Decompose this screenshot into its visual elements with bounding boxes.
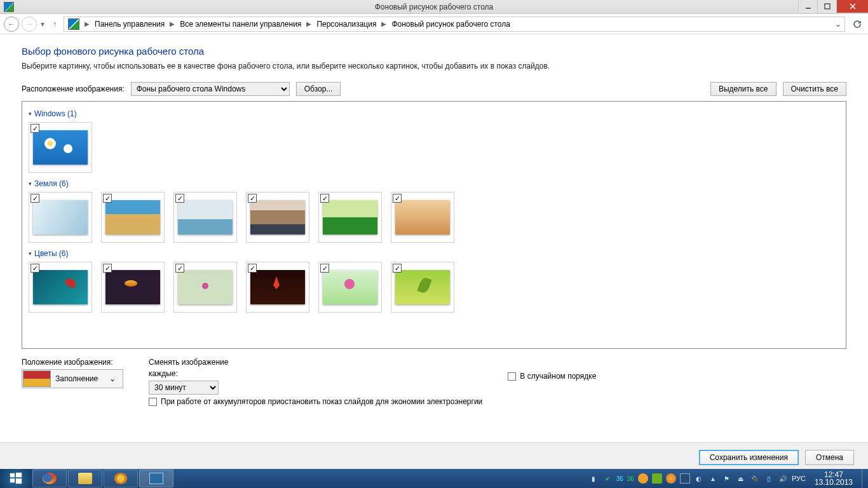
wallpaper-thumbnail[interactable]	[101, 262, 165, 313]
svg-rect-5	[16, 473, 22, 477]
tray-language[interactable]: РУС	[792, 475, 806, 482]
thumbnail-checkbox[interactable]	[175, 194, 184, 203]
history-dropdown-icon[interactable]: ▾	[39, 20, 46, 29]
wallpaper-thumbnail[interactable]	[318, 262, 382, 313]
tray-icon[interactable]	[638, 473, 648, 484]
location-label: Расположение изображения:	[22, 85, 125, 93]
thumbnail-checkbox[interactable]	[175, 264, 184, 273]
chevron-right-icon[interactable]: ▶	[83, 20, 91, 27]
thumbnail-checkbox[interactable]	[393, 264, 402, 273]
thumbnail-checkbox[interactable]	[31, 124, 39, 133]
tray-temp-1[interactable]: 36	[616, 475, 623, 482]
forward-button[interactable]: →	[22, 17, 37, 32]
breadcrumb-item[interactable]: Персонализация	[314, 20, 379, 29]
dialog-footer: Сохранить изменения Отмена	[0, 442, 868, 471]
start-button[interactable]	[0, 469, 32, 488]
chevron-right-icon[interactable]: ▶	[380, 20, 388, 27]
wallpaper-thumbnail[interactable]	[101, 192, 165, 243]
thumbnail-image	[105, 200, 160, 234]
thumbnail-checkbox[interactable]	[248, 264, 257, 273]
clear-all-button[interactable]: Очистить все	[783, 82, 846, 96]
up-button[interactable]: ↑	[48, 20, 61, 29]
tray-icon[interactable]: ▲	[708, 473, 718, 484]
wallpaper-thumbnail[interactable]	[246, 262, 309, 313]
taskbar-app-explorer[interactable]	[68, 470, 102, 487]
thumbnail-image	[250, 200, 305, 234]
tray-icon[interactable]: ▮	[588, 473, 599, 484]
address-dropdown-icon[interactable]: ⌄	[833, 20, 843, 29]
collapse-icon: ▾	[29, 180, 32, 187]
wallpaper-thumbnail[interactable]	[246, 192, 309, 243]
group-header[interactable]: ▾Цветы (6)	[29, 249, 839, 258]
wallpaper-thumbnail[interactable]	[29, 122, 92, 173]
tray-network-icon[interactable]: ▯	[764, 473, 774, 484]
breadcrumb-item[interactable]: Фоновый рисунок рабочего стола	[389, 20, 513, 29]
system-tray: ▮ ✔ 36 36 ◐ ▲ ⚑ ⏏ 🔌 ▯ 🔊 РУС 12:47 13.10.…	[588, 469, 868, 488]
select-all-button[interactable]: Выделить все	[710, 82, 776, 96]
group-header[interactable]: ▾Windows (1)	[29, 109, 839, 118]
group-title: Цветы (6)	[34, 249, 69, 258]
browse-button[interactable]: Обзор...	[296, 82, 341, 96]
breadcrumb[interactable]: ▶ Панель управления ▶ Все элементы панел…	[64, 17, 845, 32]
thumbnail-checkbox[interactable]	[31, 194, 39, 203]
thumbnail-checkbox[interactable]	[320, 194, 329, 203]
taskbar-app-personalization[interactable]	[139, 470, 173, 487]
thumbnail-checkbox[interactable]	[393, 194, 402, 203]
back-button[interactable]: ←	[4, 17, 19, 32]
tray-icon[interactable]	[666, 473, 676, 484]
wallpaper-thumbnail[interactable]	[391, 192, 454, 243]
chevron-right-icon[interactable]: ▶	[168, 20, 176, 27]
tray-volume-icon[interactable]: 🔊	[778, 473, 788, 484]
thumbnail-image	[33, 270, 88, 304]
thumbnail-image	[178, 270, 233, 304]
breadcrumb-item[interactable]: Панель управления	[92, 20, 167, 29]
show-desktop-button[interactable]	[862, 469, 867, 488]
wallpaper-thumbnail[interactable]	[391, 262, 454, 313]
position-preview-icon	[23, 370, 51, 387]
minimize-button[interactable]	[798, 0, 817, 13]
tray-eject-icon[interactable]: ⏏	[736, 473, 746, 484]
interval-select[interactable]: 30 минут	[149, 381, 219, 395]
tray-power-icon[interactable]: 🔌	[750, 473, 760, 484]
picture-position-select[interactable]: Заполнение ⌄	[22, 369, 123, 388]
wallpaper-thumbnail[interactable]	[29, 192, 92, 243]
navbar: ← → ▾ ↑ ▶ Панель управления ▶ Все элемен…	[0, 14, 868, 34]
thumbnail-checkbox[interactable]	[103, 194, 112, 203]
wallpaper-thumbnail[interactable]	[173, 192, 237, 243]
thumbnail-checkbox[interactable]	[320, 264, 329, 273]
refresh-button[interactable]	[850, 17, 864, 31]
tray-icon[interactable]: ◐	[694, 473, 704, 484]
thumbnail-checkbox[interactable]	[248, 194, 257, 203]
taskbar-app-potplayer[interactable]	[104, 470, 138, 487]
interval-label-2: каждые:	[149, 369, 482, 378]
personalization-icon	[149, 473, 163, 484]
tray-icon[interactable]: ✔	[602, 473, 613, 484]
shuffle-checkbox[interactable]	[508, 372, 516, 381]
taskbar-app-firefox[interactable]	[32, 470, 67, 487]
thumbnail-checkbox[interactable]	[31, 264, 39, 273]
tray-flag-icon[interactable]: ⚑	[722, 473, 732, 484]
group-title: Windows (1)	[34, 109, 77, 118]
breadcrumb-item[interactable]: Все элементы панели управления	[177, 20, 304, 29]
group-header[interactable]: ▾Земля (6)	[29, 179, 839, 188]
close-button[interactable]	[836, 0, 868, 13]
cancel-button[interactable]: Отмена	[805, 450, 854, 465]
thumbnail-image	[178, 200, 233, 234]
tray-icon[interactable]	[680, 473, 690, 484]
tray-temp-2[interactable]: 36	[627, 475, 634, 482]
save-button[interactable]: Сохранить изменения	[699, 450, 799, 465]
wallpaper-thumbnail[interactable]	[29, 262, 92, 313]
wallpaper-thumbnail[interactable]	[318, 192, 382, 243]
thumbnail-checkbox[interactable]	[103, 264, 112, 273]
maximize-button[interactable]	[817, 0, 836, 13]
tray-nvidia-icon[interactable]	[652, 473, 662, 484]
collapse-icon: ▾	[29, 250, 32, 257]
thumbnail-image	[323, 200, 377, 234]
chevron-right-icon[interactable]: ▶	[305, 20, 313, 27]
wallpaper-thumbnail[interactable]	[173, 262, 237, 313]
taskbar-clock[interactable]: 12:47 13.10.2013	[810, 471, 858, 486]
picture-location-select[interactable]: Фоны рабочего стола Windows	[131, 82, 290, 96]
battery-checkbox[interactable]	[149, 398, 157, 406]
clock-date: 13.10.2013	[815, 478, 853, 486]
thumbnail-image	[250, 270, 305, 304]
